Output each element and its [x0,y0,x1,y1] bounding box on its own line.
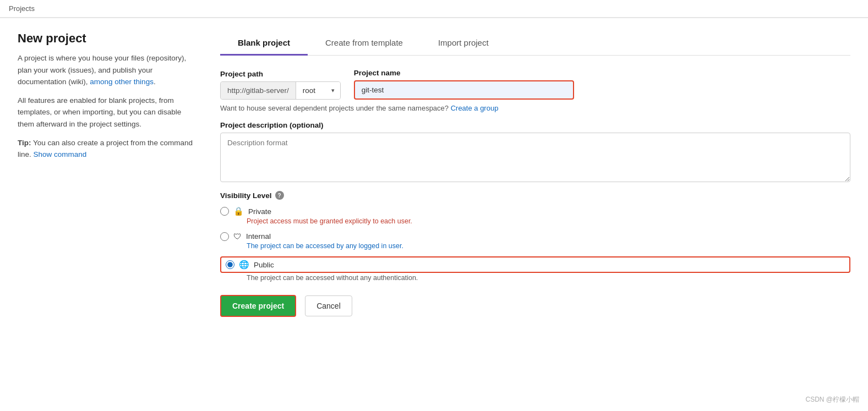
cancel-button[interactable]: Cancel [305,295,352,316]
create-project-button[interactable]: Create project [220,295,296,317]
tab-blank-project[interactable]: Blank project [220,31,308,56]
project-path-prefix: http://gitlab-server/ [221,82,296,99]
description-textarea[interactable] [220,133,850,182]
project-path-group: Project path http://gitlab-server/ root … [220,70,341,100]
visibility-internal-label[interactable]: Internal [246,232,271,240]
main-content: Blank project Create from template Impor… [220,31,850,317]
tab-create-from-template[interactable]: Create from template [308,31,421,56]
lock-icon: 🔒 [233,206,244,216]
sidebar-description-1: A project is where you house your files … [18,52,194,88]
radio-private[interactable] [220,207,229,216]
description-label: Project description (optional) [220,121,850,129]
tab-import-project[interactable]: Import project [421,31,506,56]
visibility-public-label[interactable]: Public [254,261,274,269]
project-name-label: Project name [354,69,574,77]
project-path-select[interactable]: root [296,82,340,99]
description-group: Project description (optional) [220,121,850,182]
help-icon[interactable]: ? [275,191,284,200]
project-path-input-row: http://gitlab-server/ root ▾ [220,81,341,100]
project-name-input[interactable] [354,80,574,100]
visibility-option-public: 🌐 Public The project can be accessed wit… [220,256,850,282]
project-path-select-wrapper: root ▾ [296,82,340,99]
create-group-link[interactable]: Create a group [451,104,499,112]
radio-public[interactable] [226,260,234,269]
sidebar-tip: Tip: You can also create a project from … [18,137,194,161]
visibility-internal-desc: The project can be accessed by any logge… [247,242,850,250]
visibility-label: Visibility Level ? [220,191,850,200]
project-name-group: Project name [354,69,574,100]
sidebar-link-among[interactable]: among other things [90,78,154,86]
page-title: New project [18,31,194,46]
visibility-private-desc: Project access must be granted explicitl… [247,217,850,225]
sidebar: New project A project is where you house… [18,31,194,317]
visibility-option-internal: 🛡 Internal The project can be accessed b… [220,232,850,250]
namespace-hint: Want to house several dependent projects… [220,104,850,112]
breadcrumb: Projects [9,4,35,13]
project-path-name-row: Project path http://gitlab-server/ root … [220,69,850,100]
sidebar-show-command-link[interactable]: Show command [34,150,87,158]
visibility-private-label[interactable]: Private [248,207,271,216]
shield-icon: 🛡 [233,232,242,241]
radio-internal[interactable] [220,232,229,241]
visibility-public-desc: The project can be accessed without any … [247,274,850,282]
sidebar-description-2: All features are enabled for blank proje… [18,95,194,130]
action-row: Create project Cancel [220,295,850,317]
tabs-container: Blank project Create from template Impor… [220,31,850,56]
visibility-section: Visibility Level ? 🔒 Private Project acc… [220,191,850,282]
globe-icon: 🌐 [239,260,249,270]
visibility-option-private: 🔒 Private Project access must be granted… [220,206,850,225]
project-path-label: Project path [220,70,341,78]
